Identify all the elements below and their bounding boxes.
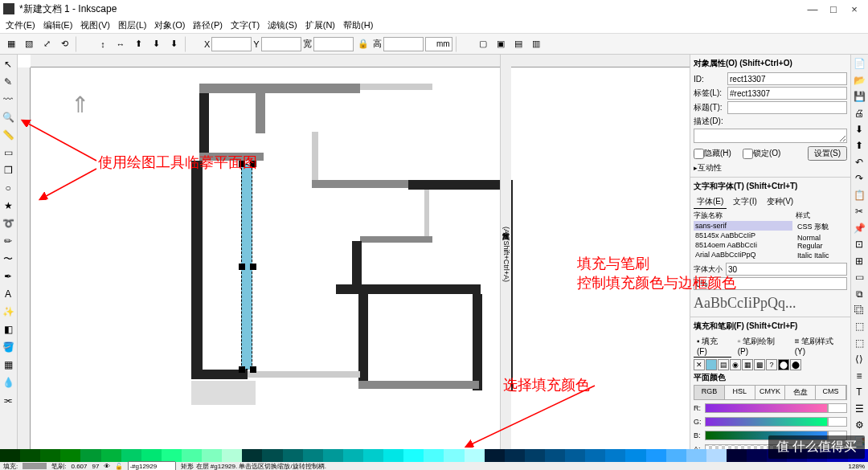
title-input[interactable] — [727, 101, 847, 114]
unit-select[interactable] — [425, 37, 452, 51]
ruler-vertical[interactable] — [18, 67, 31, 449]
ruler-horizontal[interactable] — [31, 55, 690, 67]
print-icon[interactable]: 🖨 — [851, 105, 867, 120]
menu-extension[interactable]: 扩展(N) — [301, 19, 339, 31]
calligraphy-tool[interactable]: ✒ — [0, 268, 16, 284]
clone-icon[interactable]: ⿻ — [851, 303, 867, 317]
align-icon[interactable]: ≡ — [851, 369, 867, 383]
tab-stroke-style[interactable]: ≡ 笔刷样式(Y) — [792, 335, 847, 358]
r-slider[interactable] — [705, 403, 828, 413]
open-icon[interactable]: 📂 — [851, 72, 867, 87]
bezier-tool[interactable]: 〜 — [0, 251, 16, 267]
affect-btn[interactable]: ▣ — [493, 36, 509, 52]
lock-icon[interactable]: 🔒 — [355, 36, 371, 52]
tab-text[interactable]: 文字(I) — [730, 195, 760, 209]
g-value[interactable] — [828, 417, 847, 427]
rect-tool[interactable]: ▭ — [0, 145, 16, 161]
y-input[interactable] — [261, 37, 301, 51]
canvas[interactable]: ⇑ — [31, 67, 690, 449]
maximize-button[interactable]: □ — [823, 3, 844, 15]
copy-icon[interactable]: 📋 — [851, 188, 867, 202]
affect-btn[interactable]: ▢ — [475, 36, 491, 52]
fill-tool[interactable]: 🪣 — [0, 339, 16, 355]
canvas-area[interactable]: ⇑ — [18, 55, 690, 449]
affect-btn[interactable]: ▥ — [528, 36, 544, 52]
node-tool[interactable]: ✎ — [0, 74, 16, 90]
minimize-button[interactable]: — — [802, 3, 823, 15]
measure-tool[interactable]: 📏 — [0, 127, 16, 143]
gradient-tool[interactable]: ▦ — [0, 357, 16, 373]
tc-btn[interactable]: ⤢ — [39, 36, 55, 52]
lock-checkbox[interactable] — [743, 149, 753, 159]
visibility-icon[interactable]: 👁 — [104, 463, 110, 470]
g-slider[interactable] — [705, 417, 828, 427]
opacity-small[interactable] — [694, 277, 847, 290]
tab-font[interactable]: 字体(E) — [694, 195, 727, 209]
3dbox-tool[interactable]: ❒ — [0, 162, 16, 178]
save-icon[interactable]: 💾 — [851, 89, 867, 104]
dropper-tool[interactable]: 💧 — [0, 374, 16, 390]
tweak-tool[interactable]: 〰 — [0, 92, 16, 108]
zoom-value[interactable]: 128% — [849, 463, 865, 470]
paste-icon[interactable]: 📌 — [851, 221, 867, 235]
menu-layer[interactable]: 图层(L) — [114, 19, 150, 31]
tc-btn[interactable]: ▧ — [21, 36, 37, 52]
circle-tool[interactable]: ○ — [0, 180, 16, 196]
style-list[interactable]: CSS 形貌 Normal Regular Italic Italic — [796, 221, 847, 261]
affect-btn[interactable]: ▤ — [510, 36, 526, 52]
menu-view[interactable]: 视图(V) — [76, 19, 114, 31]
text-icon[interactable]: T — [851, 385, 867, 399]
tc-btn[interactable]: ⟲ — [56, 36, 72, 52]
pencil-tool[interactable]: ✏ — [0, 233, 16, 249]
color-mode-tabs[interactable]: RGB HSL CMYK 色盘 CMS — [694, 385, 847, 400]
undo-icon[interactable]: ↶ — [851, 155, 867, 170]
zoom-draw-icon[interactable]: ⊞ — [851, 253, 867, 268]
spiral-tool[interactable]: ➰ — [0, 215, 16, 231]
lock-status-icon[interactable]: 🔓 — [115, 463, 123, 470]
duplicate-icon[interactable]: ⧉ — [851, 286, 867, 300]
selector-tool[interactable]: ↖ — [0, 56, 16, 72]
group-icon[interactable]: ⬚ — [851, 319, 867, 333]
tab-fill[interactable]: ▪ 填充(F) — [694, 335, 731, 358]
font-size-input[interactable] — [726, 263, 847, 276]
desc-textarea[interactable] — [694, 129, 847, 143]
prefs-icon[interactable]: ⚙ — [851, 418, 867, 432]
fill-swatch[interactable] — [23, 463, 47, 469]
x-input[interactable] — [211, 37, 252, 51]
h-input[interactable] — [383, 37, 424, 51]
hide-checkbox[interactable] — [694, 149, 704, 159]
font-list[interactable]: sans-serif 85145x AaBbCcIiP 8514oem AaBb… — [694, 221, 792, 261]
menu-object[interactable]: 对象(O) — [150, 19, 189, 31]
layer-combo[interactable] — [128, 461, 176, 471]
new-doc-icon[interactable]: 📄 — [851, 56, 867, 71]
export-icon[interactable]: ⬆ — [851, 138, 867, 153]
import-icon[interactable]: ⬇ — [851, 122, 867, 137]
eraser-tool[interactable]: ◧ — [0, 321, 16, 337]
menu-path[interactable]: 路径(P) — [189, 19, 227, 31]
r-value[interactable] — [828, 403, 847, 413]
docked-tab[interactable]: 对象属性(A) (Shift+Ctrl+A) — [500, 55, 511, 449]
xml-icon[interactable]: ⟨⟩ — [851, 352, 867, 366]
tc-btn[interactable]: ↔ — [113, 36, 129, 52]
set-button[interactable]: 设置(S) — [808, 146, 847, 161]
cut-icon[interactable]: ✂ — [851, 204, 867, 219]
menu-filter[interactable]: 滤镜(S) — [264, 19, 301, 31]
menu-text[interactable]: 文字(T) — [227, 19, 264, 31]
connector-tool[interactable]: ⫘ — [0, 392, 16, 408]
menu-edit[interactable]: 编辑(E) — [39, 19, 77, 31]
zoom-page-icon[interactable]: ▭ — [851, 270, 867, 284]
close-button[interactable]: × — [844, 3, 865, 15]
tc-btn[interactable]: ▦ — [3, 36, 19, 52]
tab-variant[interactable]: 变种(V) — [764, 195, 796, 209]
zoom-tool[interactable]: 🔍 — [0, 109, 16, 125]
layers-icon[interactable]: ☰ — [851, 402, 867, 416]
star-tool[interactable]: ★ — [0, 198, 16, 214]
text-tool[interactable]: A — [0, 286, 16, 302]
ungroup-icon[interactable]: ⬚ — [851, 336, 867, 350]
w-input[interactable] — [313, 37, 354, 51]
label-input[interactable] — [727, 87, 847, 100]
tc-btn[interactable]: ⬇ — [148, 36, 164, 52]
zoom-fit-icon[interactable]: ⊡ — [851, 237, 867, 251]
redo-icon[interactable]: ↷ — [851, 171, 867, 186]
tc-btn[interactable]: ⬇ — [166, 36, 182, 52]
